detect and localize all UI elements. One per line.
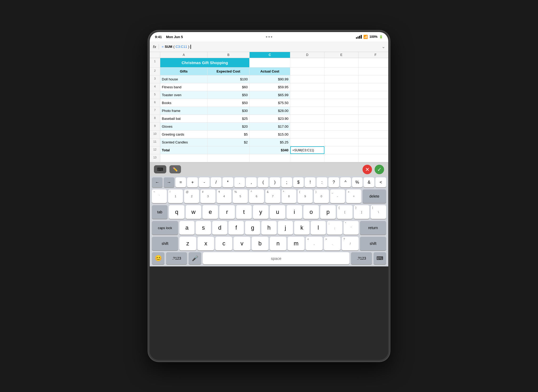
cell-c5[interactable]: $65.99 <box>250 91 290 99</box>
key-0[interactable]: ) 0 <box>314 189 329 203</box>
key-shift-right[interactable]: shift <box>360 237 386 250</box>
key-emoji[interactable]: 😊 <box>152 252 164 264</box>
key-4[interactable]: ₹ 4 <box>217 189 232 203</box>
cell-c9[interactable]: $17.00 <box>250 123 290 130</box>
key-7[interactable]: & 7 <box>265 189 280 203</box>
cell-f11[interactable] <box>359 138 388 146</box>
cell-b3[interactable]: $100 <box>208 75 250 83</box>
key-j[interactable]: j <box>278 221 293 235</box>
cell-d8[interactable] <box>290 115 324 122</box>
key-x[interactable]: x <box>198 237 214 250</box>
key-minus[interactable]: _ - <box>330 189 345 203</box>
key-tab-left[interactable]: ← <box>152 177 163 187</box>
key-y[interactable]: y <box>253 205 268 219</box>
key-exclaim-sym[interactable]: ! <box>305 177 315 187</box>
cell-e11[interactable] <box>324 138 359 146</box>
key-h[interactable]: h <box>261 221 276 235</box>
cell-c12[interactable]: =SUM(C3:C11) <box>290 146 324 154</box>
key-shift-left[interactable]: shift <box>152 237 178 250</box>
cell-b9[interactable]: $20 <box>208 123 250 130</box>
cell-e7[interactable] <box>324 107 359 115</box>
key-amp-sym[interactable]: & <box>364 177 374 187</box>
key-i[interactable]: i <box>287 205 302 219</box>
key-tab[interactable]: tab <box>152 205 168 219</box>
col-header-f[interactable]: F <box>359 52 388 58</box>
key-backslash[interactable]: | \ <box>371 205 386 219</box>
cell-e2[interactable] <box>324 68 359 75</box>
key-s[interactable]: s <box>196 221 211 235</box>
key-backtick[interactable]: ~ ` <box>152 189 167 203</box>
key-equals[interactable]: + = <box>346 189 361 203</box>
pencil-button[interactable]: ✏️ <box>169 165 181 173</box>
key-num123-right[interactable]: .?123 <box>351 252 372 264</box>
col-header-c[interactable]: C <box>250 52 290 58</box>
col-header-a[interactable]: A <box>160 52 208 58</box>
key-q[interactable]: q <box>169 205 184 219</box>
cell-d13[interactable] <box>290 154 324 162</box>
cell-f3[interactable] <box>359 75 388 83</box>
key-percent-sym[interactable]: % <box>352 177 363 187</box>
cell-e4[interactable] <box>324 83 359 91</box>
cell-f1[interactable] <box>324 58 359 67</box>
key-question-sym[interactable]: ? <box>328 177 339 187</box>
cell-b12[interactable] <box>208 146 250 154</box>
cell-c10[interactable]: $15.00 <box>250 131 290 138</box>
key-dollar-sym[interactable]: $ <box>293 177 304 187</box>
key-comma-sym[interactable]: , <box>246 177 257 187</box>
key-3[interactable]: # 3 <box>200 189 215 203</box>
cell-d11[interactable] <box>290 138 324 146</box>
formula-chevron-icon[interactable]: ⌄ <box>382 44 385 49</box>
cell-a7[interactable]: Photo frame <box>160 107 208 115</box>
cell-a2[interactable]: Gifts <box>160 68 208 75</box>
cell-a11[interactable]: Scented Candles <box>160 138 208 146</box>
col-header-d[interactable]: D <box>290 52 324 58</box>
key-space[interactable]: space <box>203 252 349 264</box>
key-close-bracket[interactable]: } ] <box>354 205 369 219</box>
key-k[interactable]: k <box>294 221 309 235</box>
cell-e6[interactable] <box>324 99 359 107</box>
key-n[interactable]: n <box>270 237 287 250</box>
cancel-button[interactable]: ✕ <box>363 165 372 174</box>
cell-d9[interactable] <box>290 123 324 130</box>
key-t[interactable]: t <box>236 205 252 219</box>
key-microphone[interactable]: 🎤 <box>189 252 201 264</box>
key-dot-sym[interactable]: . <box>234 177 245 187</box>
cell-c7[interactable]: $28.00 <box>250 107 290 115</box>
key-delete[interactable]: delete <box>363 189 386 203</box>
key-2[interactable]: @ 2 <box>184 189 199 203</box>
key-quote[interactable]: " ' <box>344 221 359 235</box>
key-6[interactable]: ^ 6 <box>249 189 264 203</box>
cell-d2[interactable] <box>290 68 324 75</box>
key-w[interactable]: w <box>186 205 201 219</box>
key-caret-sym[interactable]: ^ <box>340 177 351 187</box>
key-return[interactable]: return <box>360 221 386 235</box>
key-equals-sym[interactable]: = <box>175 177 186 187</box>
key-colon-sym[interactable]: : <box>317 177 327 187</box>
cell-c13[interactable] <box>250 154 290 162</box>
cell-e12[interactable] <box>359 146 388 154</box>
key-c[interactable]: c <box>215 237 232 250</box>
cell-c3[interactable]: $90.99 <box>250 75 290 83</box>
key-g[interactable]: g <box>245 221 260 235</box>
key-m[interactable]: m <box>288 237 304 250</box>
key-close-paren-sym[interactable]: ) <box>270 177 280 187</box>
key-o[interactable]: o <box>303 205 319 219</box>
key-comma[interactable]: < , <box>306 237 323 250</box>
cell-a8[interactable]: Baseball bat <box>160 115 208 122</box>
cell-d1[interactable] <box>250 58 290 67</box>
cell-d10[interactable] <box>290 131 324 138</box>
cell-b8[interactable]: $25 <box>208 115 250 122</box>
cell-f6[interactable] <box>359 99 388 107</box>
cell-b13[interactable] <box>208 154 250 162</box>
key-plus-sym[interactable]: + <box>187 177 198 187</box>
cell-g1[interactable] <box>359 58 388 67</box>
cell-a5[interactable]: Toaster oven <box>160 91 208 99</box>
key-p[interactable]: p <box>320 205 336 219</box>
cell-c11[interactable]: $5.25 <box>250 138 290 146</box>
cell-b7[interactable]: $30 <box>208 107 250 115</box>
cell-e10[interactable] <box>324 131 359 138</box>
cell-c8[interactable]: $23.90 <box>250 115 290 122</box>
cell-f5[interactable] <box>359 91 388 99</box>
col-header-e[interactable]: E <box>324 52 359 58</box>
cell-d12[interactable] <box>324 146 359 154</box>
